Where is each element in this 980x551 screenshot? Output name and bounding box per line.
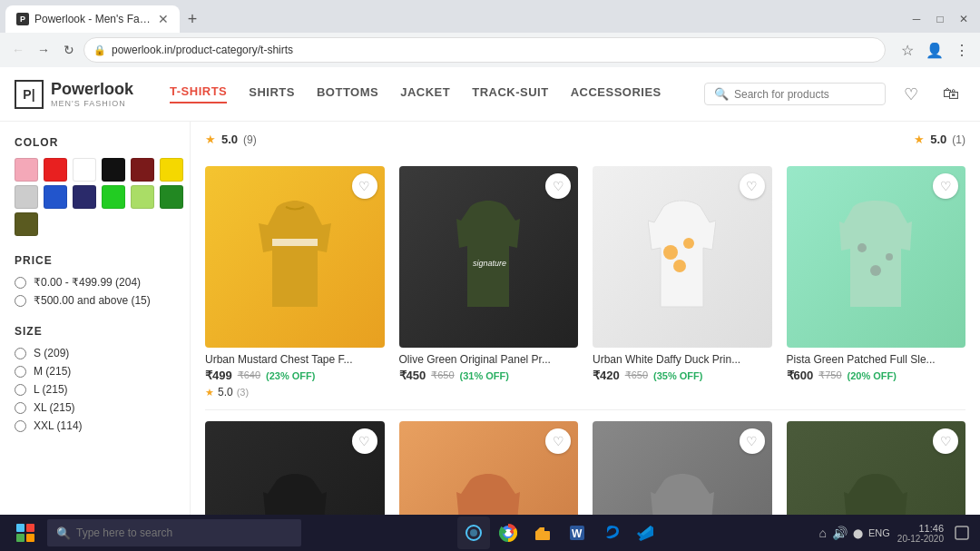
size-option-m[interactable]: M (215) [15, 365, 175, 378]
wishlist-btn-3[interactable]: ♡ [740, 173, 765, 199]
nav-item-accessories[interactable]: ACCESSORIES [571, 85, 662, 103]
forward-button[interactable]: → [33, 39, 54, 61]
color-pink[interactable] [15, 158, 38, 182]
size-label-m: M (215) [34, 365, 71, 378]
reload-button[interactable]: ↻ [58, 39, 80, 61]
color-white[interactable] [73, 158, 96, 182]
taskbar-battery-icon[interactable]: ⬤ [853, 528, 863, 538]
svg-point-2 [663, 245, 678, 260]
rating-value-left: 5.0 [221, 133, 238, 146]
wishlist-btn-5[interactable]: ♡ [352, 428, 377, 454]
color-green[interactable] [102, 185, 125, 209]
nav-item-tracksuit[interactable]: TRACK-SUIT [472, 85, 548, 103]
tab-close-button[interactable]: ✕ [158, 12, 169, 26]
taskbar-app-cortana[interactable] [457, 517, 490, 549]
cart-button[interactable]: 🛍 [936, 80, 965, 109]
taskbar-app-word[interactable]: W [561, 517, 593, 549]
start-button[interactable] [7, 515, 44, 551]
nav-item-shirts[interactable]: SHIRTS [249, 85, 295, 103]
svg-rect-15 [956, 526, 968, 539]
color-lightgray[interactable] [15, 185, 38, 209]
color-olive[interactable] [15, 212, 38, 236]
color-yellow[interactable] [160, 158, 183, 182]
tab-favicon: P [16, 13, 29, 25]
wishlist-btn-8[interactable]: ♡ [933, 428, 958, 454]
product-card-2[interactable]: signature ♡ Olive Green Original Panel P… [399, 166, 579, 398]
wishlist-button[interactable]: ♡ [897, 80, 926, 109]
color-maroon[interactable] [131, 158, 154, 182]
product-card-1[interactable]: ♡ Urban Mustard Chest Tape F... ₹499 ₹64… [205, 166, 385, 398]
address-bar[interactable]: 🔒 powerlook.in/product-category/t-shirts [83, 37, 886, 63]
size-option-l[interactable]: L (215) [15, 383, 175, 396]
lock-icon: 🔒 [93, 44, 106, 56]
color-lightgreen[interactable] [131, 185, 154, 209]
size-radio-l[interactable] [15, 384, 26, 396]
svg-point-6 [886, 253, 893, 261]
price-label-high: ₹500.00 and above (15) [34, 294, 151, 307]
wishlist-btn-6[interactable]: ♡ [545, 428, 571, 454]
new-tab-button[interactable]: + [180, 6, 205, 32]
taskbar-app-chrome[interactable] [492, 517, 524, 549]
price-option-high[interactable]: ₹500.00 and above (15) [15, 294, 175, 307]
product-price-1: ₹499 ₹640 (23% OFF) [205, 369, 385, 382]
date-display: 20-12-2020 [897, 534, 944, 544]
search-input[interactable] [734, 88, 876, 101]
extension-button[interactable]: ⋮ [951, 39, 973, 61]
taskbar-search-input[interactable] [76, 526, 292, 539]
nav-item-tshirts[interactable]: T-SHIRTS [170, 84, 227, 103]
size-radio-s[interactable] [15, 348, 26, 359]
search-icon: 🔍 [714, 87, 729, 101]
price-radio-low[interactable] [15, 277, 26, 289]
logo[interactable]: P| Powerlook MEN'S FASHION [15, 80, 133, 109]
wishlist-btn-4[interactable]: ♡ [933, 173, 958, 199]
profile-button[interactable]: 👤 [924, 39, 946, 61]
color-red[interactable] [44, 158, 67, 182]
taskbar-app-vscode[interactable] [630, 517, 662, 549]
taskbar-lang[interactable]: ENG [868, 527, 890, 538]
wishlist-btn-1[interactable]: ♡ [352, 173, 377, 199]
size-option-s[interactable]: S (209) [15, 347, 175, 359]
star-icon-right: ★ [914, 133, 925, 146]
rating-value-right: 5.0 [930, 133, 946, 146]
size-label-xxl: XXL (114) [34, 419, 83, 432]
color-navy[interactable] [73, 185, 96, 209]
taskbar-search[interactable]: 🔍 [47, 519, 301, 546]
price-filter: PRICE ₹0.00 - ₹499.99 (204) ₹500.00 and … [15, 254, 175, 307]
color-darkgreen[interactable] [160, 185, 183, 209]
size-option-xl[interactable]: XL (215) [15, 401, 175, 414]
price-original-2: ₹650 [431, 369, 454, 381]
product-card-3[interactable]: ♡ Urban White Daffy Duck Prin... ₹420 ₹6… [593, 166, 772, 398]
taskbar-search-icon: 🔍 [56, 526, 71, 540]
taskbar-network-icon[interactable]: ⌂ [819, 526, 827, 540]
price-option-low[interactable]: ₹0.00 - ₹499.99 (204) [15, 276, 175, 289]
size-option-xxl[interactable]: XXL (114) [15, 419, 175, 432]
taskbar-volume-icon[interactable]: 🔊 [832, 526, 848, 540]
taskbar-time[interactable]: 11:46 20-12-2020 [897, 523, 944, 544]
url-text: powerlook.in/product-category/t-shirts [112, 44, 876, 56]
wishlist-btn-7[interactable]: ♡ [740, 428, 765, 454]
taskbar-app-edge[interactable] [595, 517, 628, 549]
size-radio-m[interactable] [15, 366, 26, 378]
wishlist-btn-2[interactable]: ♡ [545, 173, 571, 199]
price-original-3: ₹650 [625, 369, 648, 381]
color-blue[interactable] [44, 185, 67, 209]
nav-item-bottoms[interactable]: BOTTOMS [317, 85, 378, 103]
color-black[interactable] [102, 158, 125, 182]
rating-header-left: ★ 5.0 (9) [205, 133, 257, 146]
size-radio-xl[interactable] [15, 402, 26, 414]
taskbar-notification-button[interactable] [951, 522, 973, 544]
minimize-button[interactable]: ─ [906, 8, 927, 30]
close-button[interactable]: ✕ [953, 8, 975, 30]
active-tab[interactable]: P Powerlook - Men's Fashion ✕ [5, 5, 180, 33]
back-button[interactable]: ← [7, 39, 29, 61]
search-box[interactable]: 🔍 [704, 83, 886, 105]
taskbar: 🔍 W ⌂ 🔊 ⬤ ENG 11:46 20-12-202 [0, 515, 980, 551]
taskbar-app-explorer[interactable] [526, 517, 559, 549]
nav-item-jacket[interactable]: JACKET [400, 85, 450, 103]
product-card-4[interactable]: ♡ Pista Green Patched Full Sle... ₹600 ₹… [787, 166, 966, 398]
bookmark-button[interactable]: ☆ [897, 39, 918, 61]
price-discount-4: (20% OFF) [848, 370, 897, 381]
maximize-button[interactable]: □ [929, 8, 951, 30]
price-radio-high[interactable] [15, 295, 26, 307]
size-radio-xxl[interactable] [15, 420, 26, 432]
